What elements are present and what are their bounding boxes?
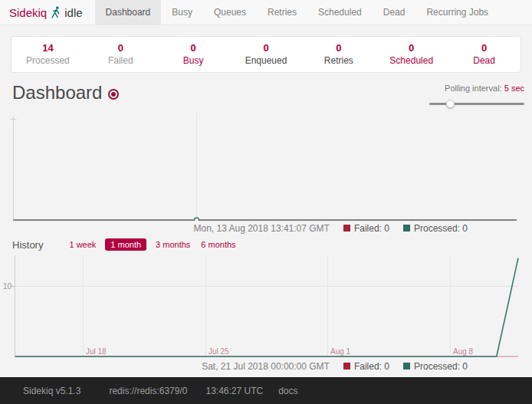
dashboard-header-row: Dashboard Polling interval: 5 sec xyxy=(0,73,532,107)
brand[interactable]: Sidekiq idle xyxy=(0,0,89,25)
realtime-legend-timestamp: Mon, 13 Aug 2018 13:41:07 GMT xyxy=(193,223,329,234)
history-title: History xyxy=(12,239,43,251)
x-tick-label-aug8: Aug 8 xyxy=(453,347,474,356)
history-chart-svg: 10 Jul 18 Jul 25 Aug 1 Aug 8 xyxy=(0,254,532,358)
stat-retries: 0 Retries xyxy=(302,42,375,66)
tab-scheduled[interactable]: Scheduled xyxy=(307,0,373,25)
failed-swatch-icon xyxy=(343,363,350,370)
history-header: History 1 week 1 month 3 months 6 months xyxy=(0,234,532,252)
footer-redis-url: redis://redis:6379/0 xyxy=(109,386,187,396)
realtime-failed-value: Failed: 0 xyxy=(354,223,389,234)
stat-dead-count: 0 xyxy=(448,42,521,54)
range-3-months[interactable]: 3 months xyxy=(154,238,192,251)
realtime-legend: Mon, 13 Aug 2018 13:41:07 GMT Failed: 0 … xyxy=(0,222,532,234)
stat-retries-count: 0 xyxy=(302,42,375,54)
stat-failed: 0 Failed xyxy=(84,42,157,66)
stat-enqueued-count: 0 xyxy=(230,42,303,54)
processed-swatch-icon xyxy=(403,225,410,232)
range-1-week[interactable]: 1 week xyxy=(67,238,97,251)
tab-retries[interactable]: Retries xyxy=(257,0,307,25)
processed-series-line xyxy=(15,258,519,356)
realtime-chart xyxy=(0,113,532,221)
process-status: idle xyxy=(64,6,82,19)
x-tick-label-jul25: Jul 25 xyxy=(209,347,229,356)
stat-retries-label[interactable]: Retries xyxy=(302,55,375,66)
tab-queues[interactable]: Queues xyxy=(203,0,257,25)
y-tick-label-10: 10 xyxy=(3,282,12,291)
polling-interval-label: Polling interval: xyxy=(445,84,502,93)
top-navbar: Sidekiq idle Dashboard Busy Queues Retri… xyxy=(0,0,532,25)
slider-thumb[interactable] xyxy=(446,100,455,108)
history-legend: Sat, 21 Jul 2018 00:00:00 GMT Failed: 0 … xyxy=(0,360,532,372)
stat-failed-label[interactable]: Failed xyxy=(84,55,157,66)
realtime-processed-value: Processed: 0 xyxy=(414,223,468,234)
sidekiq-gymnast-icon xyxy=(51,6,61,19)
processed-swatch-icon xyxy=(403,363,410,370)
history-failed-value: Failed: 0 xyxy=(354,361,389,372)
tab-recurring-jobs[interactable]: Recurring Jobs xyxy=(415,0,499,25)
stat-busy-count: 0 xyxy=(157,42,230,54)
stat-processed-count: 14 xyxy=(11,42,84,54)
polling-interval-slider[interactable] xyxy=(429,100,524,107)
stat-processed-label[interactable]: Processed xyxy=(11,55,84,66)
range-6-months[interactable]: 6 months xyxy=(199,238,237,251)
live-beacon-icon xyxy=(108,89,119,100)
tab-dead[interactable]: Dead xyxy=(373,0,416,25)
x-tick-label-aug1: Aug 1 xyxy=(330,347,351,356)
tab-dashboard[interactable]: Dashboard xyxy=(95,0,162,25)
realtime-legend-processed: Processed: 0 xyxy=(403,223,468,234)
footer-docs-link[interactable]: docs xyxy=(278,386,297,396)
realtime-legend-failed: Failed: 0 xyxy=(343,223,389,234)
history-legend-timestamp: Sat, 21 Jul 2018 00:00:00 GMT xyxy=(202,361,330,372)
footer-version: Sidekiq v5.1.3 xyxy=(23,386,80,396)
tab-busy[interactable]: Busy xyxy=(161,0,203,25)
stat-scheduled-count: 0 xyxy=(375,42,448,54)
cursor-point xyxy=(195,218,199,221)
stat-dead: 0 Dead xyxy=(448,42,521,66)
range-1-month[interactable]: 1 month xyxy=(105,238,146,251)
stat-scheduled-label[interactable]: Scheduled xyxy=(375,55,448,66)
stat-busy: 0 Busy xyxy=(157,42,230,66)
stat-processed: 14 Processed xyxy=(11,42,84,66)
slider-track xyxy=(429,103,524,105)
stat-enqueued-label[interactable]: Enqueued xyxy=(230,55,303,66)
stat-scheduled: 0 Scheduled xyxy=(375,42,448,66)
history-legend-processed: Processed: 0 xyxy=(403,361,468,372)
stat-busy-label[interactable]: Busy xyxy=(157,55,230,66)
x-tick-label-jul18: Jul 18 xyxy=(86,347,107,356)
stat-enqueued: 0 Enqueued xyxy=(230,42,303,66)
stat-failed-count: 0 xyxy=(84,42,157,54)
footer-bar: Sidekiq v5.1.3 redis://redis:6379/0 13:4… xyxy=(0,377,532,404)
failed-swatch-icon xyxy=(343,225,350,232)
summary-bar: 14 Processed 0 Failed 0 Busy 0 Enqueued … xyxy=(11,36,521,73)
stat-dead-label[interactable]: Dead xyxy=(448,55,521,66)
history-processed-value: Processed: 0 xyxy=(414,361,468,372)
realtime-chart-svg xyxy=(0,113,532,221)
page-title: Dashboard xyxy=(12,82,102,103)
polling-interval: Polling interval: 5 sec xyxy=(429,82,524,107)
brand-name: Sidekiq xyxy=(9,6,47,19)
history-legend-failed: Failed: 0 xyxy=(343,361,389,372)
nav-tabs: Dashboard Busy Queues Retries Scheduled … xyxy=(95,0,500,25)
polling-interval-value: 5 sec xyxy=(504,84,524,93)
history-chart: 10 Jul 18 Jul 25 Aug 1 Aug 8 xyxy=(0,254,532,358)
footer-server-time: 13:46:27 UTC xyxy=(205,386,263,396)
